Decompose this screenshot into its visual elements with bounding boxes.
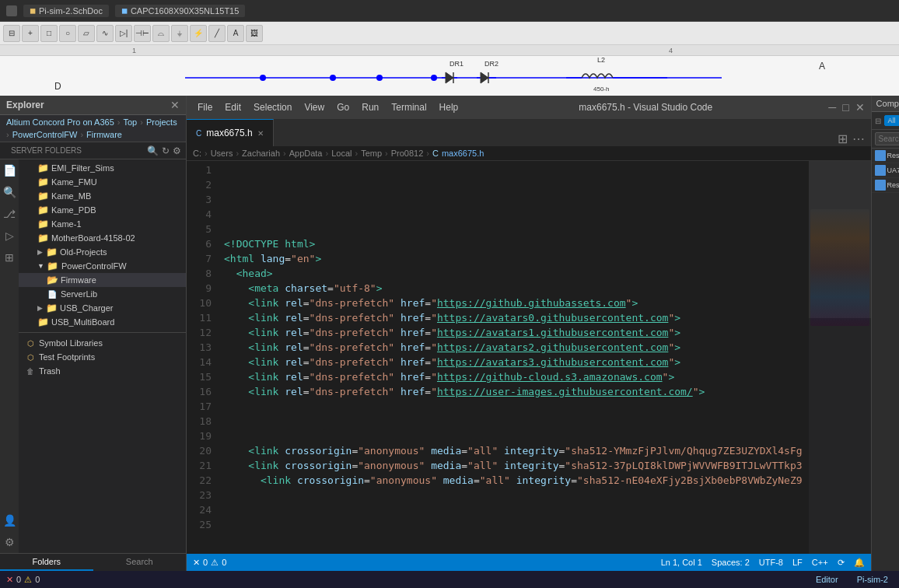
tree-item-symbol-libs[interactable]: ⬡ Symbol Libraries — [19, 336, 186, 350]
tree-item-pcfw[interactable]: ▼ 📁 PowerControlFW — [19, 259, 186, 273]
tree-item-kame1[interactable]: 📁 Kame-1 — [19, 217, 186, 231]
comp-item-resistor44k[interactable]: Resistor 44K — [872, 149, 899, 163]
svg-marker-7 — [446, 72, 453, 83]
schematic-canvas[interactable]: 1 4 DR1 DR2 — [0, 45, 899, 96]
tree-separator — [19, 332, 186, 333]
comp-item-ua7805[interactable]: UA7805CKTT — [872, 163, 899, 178]
status-spaces[interactable]: Spaces: 2 — [712, 558, 750, 568]
menu-edit[interactable]: Edit — [220, 100, 246, 114]
status-line-ending[interactable]: LF — [792, 558, 803, 568]
bc-local[interactable]: Local — [331, 149, 352, 158]
tab-pischDoc[interactable]: ◼ Pi-sim-2.SchDoc — [23, 5, 109, 17]
sidebar-icon-run[interactable]: ▷ — [2, 228, 17, 243]
menu-view[interactable]: View — [299, 100, 329, 114]
sidebar-icon-user[interactable]: 👤 — [2, 513, 17, 528]
comp-item-resistor15k[interactable]: Resistor 15k — [872, 178, 899, 193]
tab-folders[interactable]: Folders — [0, 554, 93, 571]
tb-gnd[interactable]: ⏚ — [171, 25, 188, 42]
altium-tab-editor[interactable]: Editor — [811, 575, 843, 584]
tab-close-btn[interactable]: ✕ — [257, 129, 264, 138]
tree-item-kame-pdb[interactable]: 📁 Kame_PDB — [19, 203, 186, 217]
menu-file[interactable]: File — [193, 100, 217, 114]
tree-item-motherboard[interactable]: 📁 MotherBoard-4158-02 — [19, 231, 186, 245]
bc-appdata[interactable]: AppData — [289, 149, 323, 158]
tree-item-test-footprints[interactable]: ⬡ Test Footprints — [19, 350, 186, 364]
menu-help[interactable]: Help — [435, 100, 463, 114]
tree-item-emi[interactable]: 📁 EMI_Filter_Sims — [19, 161, 186, 175]
folder-icon-emi: 📁 — [37, 163, 48, 173]
components-search-input[interactable] — [875, 132, 899, 145]
breadcrumb-pcfw[interactable]: PowerControlFW — [12, 130, 78, 139]
tree-item-oldprojects[interactable]: ▶ 📁 Old-Projects — [19, 245, 186, 259]
expand-pcfw[interactable]: ▼ — [37, 262, 44, 270]
explorer-toolbar-actions: 🔍 ↻ ⚙ — [147, 145, 181, 156]
settings-icon[interactable]: ⚙ — [173, 145, 181, 156]
status-language[interactable]: C++ — [812, 558, 828, 568]
maximize-btn[interactable]: □ — [842, 101, 848, 114]
tb-diode[interactable]: ▷| — [115, 25, 132, 42]
filter-icon[interactable]: ⊟ — [875, 117, 881, 125]
bc-zachariah[interactable]: Zachariah — [242, 149, 280, 158]
tab-capC[interactable]: ◼ CAPC1608X90X35NL15T15 — [115, 5, 245, 17]
bc-temp[interactable]: Temp — [361, 149, 382, 158]
tab-search[interactable]: Search — [93, 554, 187, 571]
filter-btn[interactable]: ⊟ — [3, 25, 20, 42]
sidebar-icon-grid[interactable]: ⊞ — [2, 250, 17, 265]
tb-img[interactable]: 🖼 — [246, 25, 263, 42]
expand-oldprojects[interactable]: ▶ — [37, 248, 43, 256]
tb-ind[interactable]: ⌓ — [152, 25, 170, 42]
breadcrumb-projects[interactable]: Projects — [146, 117, 177, 127]
more-actions-icon[interactable]: ⋯ — [852, 131, 865, 146]
menu-run[interactable]: Run — [357, 100, 383, 114]
filter-all-btn[interactable]: All — [884, 115, 899, 126]
sidebar-icon-search[interactable]: 🔍 — [2, 184, 17, 200]
bc-users[interactable]: Users — [211, 149, 233, 158]
minimize-btn[interactable]: ─ — [828, 101, 836, 114]
tree-item-kame-mb[interactable]: 📁 Kame_MB — [19, 189, 186, 203]
tab-icon-schDoc: ◼ — [30, 6, 36, 15]
tb-cap[interactable]: ⊣⊢ — [134, 25, 151, 42]
tb-add[interactable]: + — [22, 25, 39, 42]
bc-drive[interactable]: C: — [193, 149, 201, 158]
bc-filename[interactable]: max6675.h — [442, 149, 484, 158]
status-line-col[interactable]: Ln 1, Col 1 — [661, 558, 702, 568]
status-encoding[interactable]: UTF-8 — [759, 558, 783, 568]
expand-usb-charger[interactable]: ▶ — [37, 304, 43, 312]
refresh-icon[interactable]: ↻ — [162, 145, 170, 156]
bc-pro0812[interactable]: Pro0812 — [391, 149, 424, 158]
altium-tab-pisim[interactable]: Pi-sim-2 — [852, 575, 893, 584]
breadcrumb-top[interactable]: Top — [123, 117, 137, 127]
tb-rect[interactable]: □ — [40, 25, 58, 42]
menu-selection[interactable]: Selection — [249, 100, 296, 114]
code-content[interactable]: <!DOCTYPE html> <html lang="en"> <head> … — [218, 161, 809, 554]
tree-label-usb-multiboard: USB_MultiBoard — [51, 317, 180, 327]
tb-shape1[interactable]: ▱ — [78, 25, 95, 42]
tree-item-firmware[interactable]: 📂 Firmware — [19, 273, 186, 287]
components-title: Components — [876, 99, 899, 108]
explorer-close-btn[interactable]: ✕ — [170, 99, 180, 111]
tab-max6675[interactable]: C max6675.h ✕ — [187, 119, 274, 146]
tree-item-serverlib[interactable]: 📄 ServerLib — [19, 287, 186, 301]
menu-go[interactable]: Go — [332, 100, 354, 114]
tree-item-usb-charger[interactable]: ▶ 📁 USB_Charger — [19, 301, 186, 315]
breadcrumb-altium[interactable]: Altium Concord Pro on A365 — [6, 117, 114, 127]
sidebar-icon-gear[interactable]: ⚙ — [2, 534, 17, 550]
tree-item-kame-fmu[interactable]: 📁 Kame_FMU — [19, 175, 186, 189]
status-sync[interactable]: ⟳ — [838, 558, 845, 568]
vscode-close-btn[interactable]: ✕ — [855, 101, 865, 114]
tb-line[interactable]: ╱ — [208, 25, 226, 42]
tb-text[interactable]: A — [227, 25, 244, 42]
split-editor-icon[interactable]: ⊞ — [838, 131, 848, 146]
sidebar-icon-file[interactable]: 📄 — [2, 163, 17, 178]
status-bell[interactable]: 🔔 — [854, 558, 865, 568]
sidebar-icon-git[interactable]: ⎇ — [2, 206, 17, 222]
tree-item-trash[interactable]: 🗑 Trash — [19, 364, 186, 378]
status-errors[interactable]: ✕ 0 ⚠ 0 — [193, 558, 226, 568]
tree-item-usb-multiboard[interactable]: 📁 USB_MultiBoard — [19, 315, 186, 329]
tb-wave[interactable]: ∿ — [96, 25, 114, 42]
breadcrumb-firmware[interactable]: Firmware — [86, 130, 122, 139]
tb-pwr[interactable]: ⚡ — [190, 25, 207, 42]
search-icon[interactable]: 🔍 — [147, 145, 159, 156]
menu-terminal[interactable]: Terminal — [387, 100, 431, 114]
tb-ellipse[interactable]: ○ — [59, 25, 76, 42]
